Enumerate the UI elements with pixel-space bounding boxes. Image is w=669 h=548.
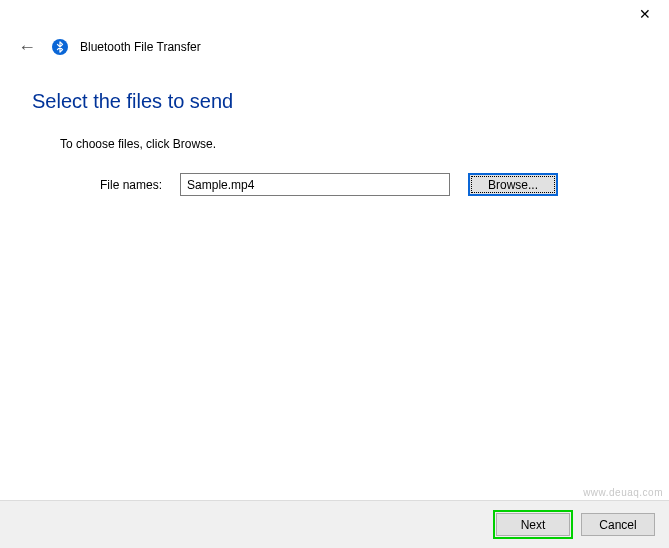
page-heading: Select the files to send [32, 90, 637, 113]
close-icon[interactable]: ✕ [633, 4, 657, 24]
file-names-input[interactable] [180, 173, 450, 196]
content-area: Select the files to send To choose files… [0, 58, 669, 196]
wizard-header: ← Bluetooth File Transfer [0, 30, 669, 58]
next-button[interactable]: Next [496, 513, 570, 536]
app-title: Bluetooth File Transfer [80, 40, 201, 54]
watermark-text: www.deuaq.com [583, 487, 663, 498]
instruction-text: To choose files, click Browse. [60, 137, 637, 151]
cancel-button[interactable]: Cancel [581, 513, 655, 536]
file-selection-row: File names: Browse... [100, 173, 637, 196]
browse-button[interactable]: Browse... [468, 173, 558, 196]
bluetooth-icon [52, 39, 68, 55]
wizard-footer: Next Cancel [0, 500, 669, 548]
titlebar: ✕ [0, 0, 669, 30]
file-names-label: File names: [100, 178, 162, 192]
next-highlight-box: Next [493, 510, 573, 539]
back-arrow-icon[interactable]: ← [14, 36, 40, 58]
